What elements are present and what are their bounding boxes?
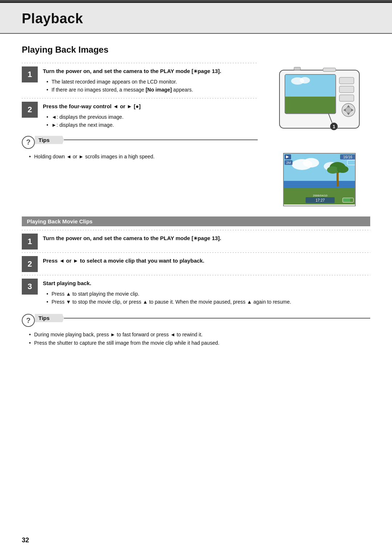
tips1-container: ? Tips Holding down ◄ or ► scrolls image…	[22, 136, 258, 161]
movie-step3-row: 3 Start playing back. Press ▲ to start p…	[22, 278, 370, 306]
movie-step1-badge: 1	[22, 234, 38, 250]
tips1-bullets: Holding down ◄ or ► scrolls images in a …	[25, 153, 258, 161]
step1-bullet2: If there are no images stored, a message…	[46, 86, 258, 94]
step2-row: 2 Press the four-way control ◄ or ► [●] …	[22, 101, 258, 129]
tips1-label: Tips	[35, 136, 64, 144]
movie-step1-row: 1 Turn the power on, and set the camera …	[22, 233, 370, 250]
svg-rect-15	[323, 68, 336, 72]
header-bar	[0, 0, 392, 3]
tips1-box: ? Tips	[22, 136, 258, 149]
step1-text: Turn the power on, and set the camera to…	[43, 67, 258, 76]
movie-dotted3	[22, 275, 370, 275]
steps-column: 1 Turn the power on, and set the camera …	[22, 63, 258, 161]
step1-row: 1 Turn the power on, and set the camera …	[22, 66, 258, 94]
movie-step3-title: Start playing back.	[43, 279, 370, 288]
tips1-bullet1: Holding down ◄ or ► scrolls images in a …	[29, 153, 258, 161]
movie-step2-block: 2 Press ◄ or ► to select a movie clip th…	[22, 252, 370, 272]
movie-step2-text: Press ◄ or ► to select a movie clip that…	[43, 257, 370, 265]
camera-image: 1	[272, 63, 367, 146]
dotted-separator2	[22, 98, 258, 98]
chapter-title-area: Playback	[0, 3, 392, 34]
movie-section-content: 1 Turn the power on, and set the camera …	[22, 226, 370, 347]
step1-block: 1 Turn the power on, and set the camera …	[22, 63, 258, 94]
tips2-bullet1: During movie playing back, press ► to fa…	[29, 331, 370, 339]
section1-heading: Playing Back Images	[22, 45, 370, 55]
chapter-title: Playback	[22, 11, 370, 27]
svg-rect-8	[339, 95, 354, 101]
step1-bullet1: The latest recorded image appears on the…	[46, 78, 258, 86]
lcd-preview: 16/16 2M 17:27 2006/04/10	[283, 153, 356, 206]
svg-point-10	[346, 107, 351, 113]
main-content: Playing Back Images 1 Turn the power on,…	[0, 34, 392, 361]
svg-rect-6	[339, 77, 354, 84]
step1-content: Turn the power on, and set the camera to…	[43, 66, 258, 94]
step1-badge: 1	[22, 66, 38, 82]
tips1-badge: ?	[22, 136, 35, 149]
movie-step3-block: 3 Start playing back. Press ▲ to start p…	[22, 275, 370, 306]
movie-step1-text: Turn the power on, and set the camera to…	[43, 234, 370, 243]
movie-section-header: Playing Back Movie Clips	[22, 216, 370, 226]
lcd-svg: 16/16 2M 17:27 2006/04/10	[284, 154, 356, 204]
movie-step3-bullets: Press ▲ to start playing the movie clip.…	[43, 290, 370, 306]
movie-step3-bullet2: Press ▼ to stop the movie clip, or press…	[46, 298, 370, 306]
movie-step3-badge: 3	[22, 279, 38, 295]
movie-step3-content: Start playing back. Press ▲ to start pla…	[43, 278, 370, 306]
svg-text:2006/04/10: 2006/04/10	[313, 194, 328, 197]
svg-rect-7	[339, 86, 354, 93]
tips2-box: ? Tips	[22, 314, 370, 327]
image-column: 1	[269, 63, 370, 206]
svg-point-24	[303, 158, 319, 167]
svg-text:16/16: 16/16	[343, 155, 352, 159]
page-container: Playback Playing Back Images 1 Turn the …	[0, 0, 392, 555]
svg-text:17:27: 17:27	[315, 198, 324, 202]
svg-text:1: 1	[332, 124, 335, 129]
svg-rect-22	[284, 181, 356, 188]
step2-bullets: ◄: displays the previous image. ►: displ…	[43, 113, 258, 129]
dotted-separator	[22, 63, 258, 63]
tips2-label-area: Tips	[35, 314, 370, 322]
step2-content: Press the four-way control ◄ or ► [●] ◄:…	[43, 101, 258, 129]
movie-step1-block: 1 Turn the power on, and set the camera …	[22, 230, 370, 250]
tips1-label-area: Tips	[35, 136, 258, 144]
steps-and-image: 1 Turn the power on, and set the camera …	[22, 63, 370, 206]
page-number: 32	[22, 536, 29, 544]
tips2-bullet2: Press the shutter to capture the still i…	[29, 339, 370, 347]
step2-badge: 2	[22, 102, 38, 118]
svg-point-29	[337, 166, 348, 173]
svg-rect-2	[285, 75, 335, 97]
movie-step2-badge: 2	[22, 256, 38, 272]
svg-point-28	[327, 166, 339, 174]
movie-step2-row: 2 Press ◄ or ► to select a movie clip th…	[22, 255, 370, 272]
svg-rect-41	[343, 198, 350, 202]
movie-step3-bullet1: Press ▲ to start playing the movie clip.	[46, 290, 370, 298]
tips2-badge: ?	[22, 314, 35, 327]
movie-dotted2	[22, 252, 370, 253]
svg-text:2M: 2M	[286, 161, 291, 165]
step2-bullet1: ◄: displays the previous image.	[46, 113, 258, 121]
tips2-container: ? Tips During movie playing back, press …	[22, 314, 370, 347]
movie-dotted1	[22, 230, 370, 230]
camera-svg: 1	[272, 63, 367, 146]
movie-step1-content: Turn the power on, and set the camera to…	[43, 233, 370, 245]
tips2-bullets: During movie playing back, press ► to fa…	[25, 331, 370, 347]
section2: Playing Back Movie Clips 1 Turn the powe…	[22, 216, 370, 347]
movie-step2-content: Press ◄ or ► to select a movie clip that…	[43, 255, 370, 267]
tips2-line	[64, 318, 370, 319]
svg-rect-3	[285, 97, 335, 113]
step2-bullet2: ►: displays the next image.	[46, 121, 258, 129]
step1-bullets: The latest recorded image appears on the…	[43, 78, 258, 94]
svg-point-5	[300, 77, 310, 84]
tips1-line	[64, 139, 258, 140]
svg-rect-16	[294, 67, 301, 70]
step2-block: 2 Press the four-way control ◄ or ► [●] …	[22, 98, 258, 129]
tips2-label: Tips	[35, 314, 64, 322]
step2-text: Press the four-way control ◄ or ► [●]	[43, 102, 258, 111]
